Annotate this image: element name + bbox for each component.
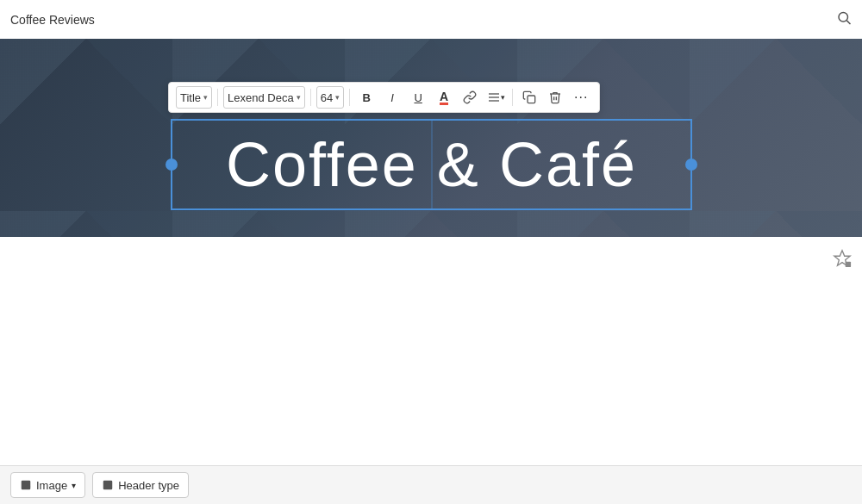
text-toolbar: Title ▾ Lexend Deca ▾ 64 ▾ B I U A (168, 82, 600, 113)
size-select[interactable]: 64 ▾ (316, 86, 344, 109)
text-divider (431, 121, 432, 208)
svg-point-9 (23, 482, 25, 484)
image-chevron-icon: ▾ (72, 481, 76, 490)
divider-1 (217, 89, 218, 106)
align-chevron-icon: ▾ (501, 93, 505, 102)
bold-button[interactable]: B (355, 86, 378, 109)
font-select[interactable]: Lexend Deca ▾ (223, 86, 305, 109)
site-title: Coffee Reviews (10, 13, 95, 27)
underline-button[interactable]: U (407, 86, 429, 109)
more-options-button[interactable]: ··· (570, 86, 592, 109)
image-icon (20, 479, 32, 491)
text-block-border: Coffee & Café (171, 119, 692, 210)
text-color-button[interactable]: A (433, 86, 455, 109)
style-chevron-icon: ▾ (203, 93, 208, 102)
header-type-icon (102, 479, 114, 491)
divider-3 (349, 89, 350, 106)
header-area: Title ▾ Lexend Deca ▾ 64 ▾ B I U A (0, 39, 862, 237)
header-type-button[interactable]: Header type (92, 472, 189, 498)
svg-line-1 (846, 20, 850, 23)
style-select[interactable]: Title ▾ (176, 86, 212, 109)
insert-icon[interactable] (833, 249, 852, 271)
divider-4 (512, 89, 513, 106)
divider-2 (310, 89, 311, 106)
image-button[interactable]: Image ▾ (10, 472, 85, 498)
svg-point-0 (839, 12, 848, 22)
svg-rect-10 (103, 481, 113, 490)
search-button[interactable] (836, 9, 852, 29)
resize-handle-right[interactable] (685, 159, 697, 171)
content-area (0, 237, 862, 465)
link-button[interactable] (459, 86, 481, 109)
duplicate-button[interactable] (518, 86, 540, 109)
svg-rect-7 (846, 262, 851, 267)
delete-button[interactable] (544, 86, 566, 109)
resize-handle-left[interactable] (166, 159, 178, 171)
bottom-toolbar: Image ▾ Header type (0, 465, 862, 504)
svg-rect-5 (528, 96, 535, 103)
font-chevron-icon: ▾ (297, 93, 301, 102)
align-button[interactable]: ▾ (484, 86, 507, 109)
italic-button[interactable]: I (381, 86, 403, 109)
size-chevron-icon: ▾ (335, 93, 340, 102)
top-nav: Coffee Reviews (0, 0, 862, 39)
text-block-container[interactable]: Coffee & Café (171, 119, 692, 210)
